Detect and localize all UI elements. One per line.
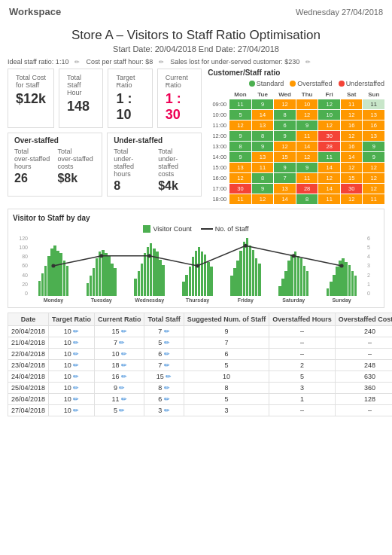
cell-date: 27/04/2018 <box>8 405 49 416</box>
edit-target-icon[interactable]: ✏ <box>73 339 79 346</box>
heatmap-cell: 14 <box>318 163 340 172</box>
heatmap-cell: 16 <box>341 142 363 151</box>
edit-total-icon[interactable]: ✏ <box>164 407 170 414</box>
heatmap-time-label: 09:00 <box>208 99 229 109</box>
edit-target-icon[interactable]: ✏ <box>73 395 79 403</box>
cell-date: 22/04/2018 <box>8 349 49 360</box>
table-row: 25/04/2018 10 ✏ 9 ✏ 8 ✏ 8 3 360 – – 737 … <box>8 383 393 394</box>
edit-total-icon[interactable]: ✏ <box>164 350 170 358</box>
ideal-ratio-edit-icon[interactable]: ✏ <box>74 59 80 66</box>
edit-total-icon[interactable]: ✏ <box>164 384 170 392</box>
visitor-bar <box>278 286 281 296</box>
heatmap-day-header: Sat <box>341 90 363 99</box>
heatmap-time-label: 11:00 <box>208 120 229 130</box>
edit-total-icon[interactable]: ✏ <box>164 395 170 403</box>
visitor-bar <box>201 252 204 296</box>
y-axis-right: 6 5 4 3 2 1 0 <box>366 236 379 296</box>
cell-suggested: 7 <box>184 337 269 349</box>
edit-current-icon[interactable]: ✏ <box>121 373 127 380</box>
understaffed-title: Under-staffed <box>114 136 195 145</box>
cell-target: 10 ✏ <box>49 337 95 349</box>
cell-os-cost: 240 <box>335 326 392 337</box>
cell-target: 10 ✏ <box>49 383 95 394</box>
sales-edit-icon[interactable]: ✏ <box>305 59 311 66</box>
edit-target-icon[interactable]: ✏ <box>73 328 79 335</box>
visitor-bar <box>47 256 50 296</box>
total-cost-value: $12k <box>16 91 46 107</box>
cell-suggested: 3 <box>184 405 269 416</box>
cell-suggested: 10 <box>184 371 269 383</box>
table-row: 24/04/2018 10 ✏ 16 ✏ 15 ✏ 10 5 630 – – 9… <box>8 371 393 383</box>
cell-os-cost: – <box>335 337 392 349</box>
cell-current: 10 ✏ <box>94 349 144 360</box>
heatmap-cell: 28 <box>318 142 340 151</box>
target-ratio-label: Target Ratio <box>116 74 144 89</box>
overstaffed-costs: Totalover-staffedcosts $8k <box>57 148 93 185</box>
heatmap-cell: 11 <box>341 99 363 109</box>
edit-total-icon[interactable]: ✏ <box>166 373 172 380</box>
main-content-row: Total Cost for Staff $12k Total Staff Ho… <box>8 69 384 204</box>
edit-target-icon[interactable]: ✏ <box>73 384 79 392</box>
visitor-bar <box>348 265 351 296</box>
heatmap-title: Customer/Staff ratio <box>208 69 384 77</box>
edit-total-icon[interactable]: ✏ <box>164 361 170 369</box>
edit-current-icon[interactable]: ✏ <box>121 350 127 358</box>
visitor-bar <box>303 266 306 296</box>
edit-current-icon[interactable]: ✏ <box>121 328 127 335</box>
cell-total: 8 ✏ <box>144 383 184 394</box>
edit-target-icon[interactable]: ✏ <box>73 350 79 358</box>
edit-total-icon[interactable]: ✏ <box>164 339 170 346</box>
col-current: Current Ratio <box>94 313 144 326</box>
visitor-bar <box>306 271 309 296</box>
edit-target-icon[interactable]: ✏ <box>73 361 79 369</box>
table-row: 23/04/2018 10 ✏ 18 ✏ 7 ✏ 5 2 248 – – 253… <box>8 360 393 371</box>
visitor-bar <box>233 268 236 296</box>
visitor-bar <box>189 267 192 296</box>
visitor-bar <box>333 275 336 296</box>
visitor-bar <box>192 257 195 296</box>
cell-os-hours: 1 <box>269 394 336 405</box>
cell-suggested: 6 <box>184 349 269 360</box>
col-date: Date <box>8 313 49 326</box>
visitor-bar <box>53 245 56 296</box>
visitor-bar <box>327 288 330 296</box>
visitor-bar <box>150 243 153 296</box>
visitor-bar <box>114 268 117 296</box>
bars-container <box>29 236 366 296</box>
cell-date: 24/04/2018 <box>8 371 49 383</box>
edit-current-icon[interactable]: ✏ <box>121 395 127 403</box>
visitor-bar <box>38 281 41 296</box>
edit-current-icon[interactable]: ✏ <box>121 361 127 369</box>
overstaffed-costs-value: $8k <box>57 172 93 185</box>
edit-total-icon[interactable]: ✏ <box>164 328 170 335</box>
heatmap-cell: 8 <box>296 194 318 204</box>
heatmap-cell: 12 <box>318 173 340 183</box>
visitor-bar <box>336 267 339 296</box>
cell-total: 7 ✏ <box>144 326 184 337</box>
over-under-row: Over-staffed Totalover-staffedhours 26 T… <box>8 133 202 197</box>
visitor-bar <box>59 253 62 296</box>
visitor-bar <box>147 247 150 296</box>
edit-current-icon[interactable]: ✏ <box>119 407 125 414</box>
visitor-bar <box>93 268 96 296</box>
chart-inner: 120 100 80 60 40 20 0 6 5 4 3 2 1 0 <box>13 236 379 296</box>
heatmap-cell: 12 <box>252 194 274 204</box>
page-title-section: Store A – Visitors to Staff Ratio Optimi… <box>0 23 392 55</box>
edit-target-icon[interactable]: ✏ <box>73 373 79 380</box>
edit-current-icon[interactable]: ✏ <box>119 339 125 346</box>
table-row: 27/04/2018 10 ✏ 5 ✏ 3 ✏ 3 – – – – 678 14… <box>8 405 393 416</box>
cell-os-hours: – <box>269 337 336 349</box>
edit-target-icon[interactable]: ✏ <box>73 407 79 414</box>
cell-os-cost: 630 <box>335 371 392 383</box>
cost-edit-icon[interactable]: ✏ <box>159 59 164 66</box>
cell-os-cost: 360 <box>335 383 392 394</box>
day-section <box>77 236 126 296</box>
chart-plot <box>29 236 366 296</box>
visitor-bar <box>294 252 297 296</box>
cell-target: 10 ✏ <box>49 371 95 383</box>
heatmap-cell: 11 <box>252 163 274 172</box>
heatmap-cell: 11 <box>363 194 384 204</box>
heatmap-cell: 12 <box>341 163 363 172</box>
edit-current-icon[interactable]: ✏ <box>119 384 125 392</box>
heatmap-cell: 14 <box>274 194 296 204</box>
